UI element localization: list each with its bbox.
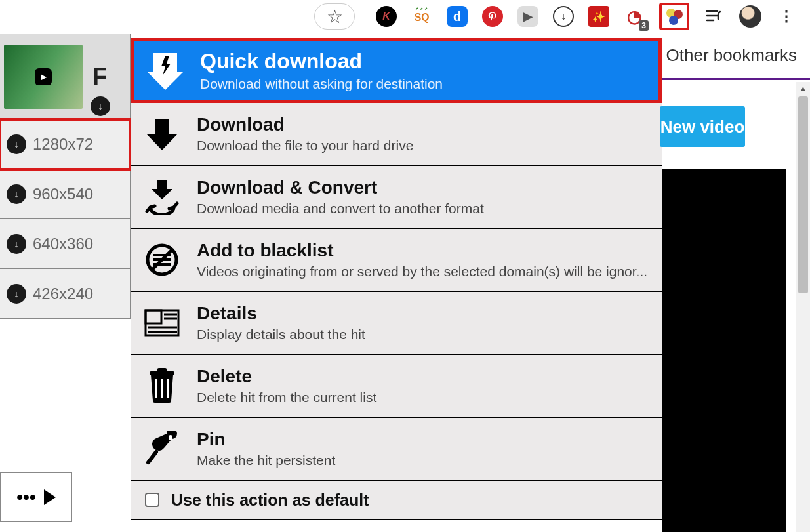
convert-icon	[144, 178, 180, 215]
sidebar-more-button[interactable]: •••	[0, 472, 72, 522]
new-video-button[interactable]: New video	[660, 106, 745, 147]
blacklist-icon	[144, 243, 180, 276]
other-bookmarks-link[interactable]: Other bookmarks	[666, 45, 797, 66]
bookmark-star-button[interactable]: ☆	[314, 3, 355, 30]
resolution-item-960[interactable]: ↓ 960x540	[0, 169, 130, 219]
extension-badge-icon[interactable]: ◔3	[624, 6, 645, 27]
video-thumbnail: ▶	[4, 45, 83, 109]
menu-item-desc: Display details about the hit	[197, 327, 365, 342]
menu-item-desc: Videos originating from or served by the…	[197, 264, 647, 279]
menu-item-desc: Download the file to your hard drive	[197, 138, 413, 153]
download-icon: ↓	[7, 184, 26, 204]
action-menu: Quick download Download without asking f…	[131, 38, 662, 520]
menu-item-desc: Delete hit from the current list	[197, 390, 376, 405]
menu-item-title: Download	[197, 114, 413, 135]
svg-text:SQ: SQ	[415, 12, 430, 23]
svg-rect-9	[157, 368, 167, 372]
details-icon	[144, 309, 180, 337]
pin-icon	[144, 431, 180, 466]
extension-vdh-highlighted[interactable]	[659, 3, 689, 30]
scrollbar-thumb[interactable]	[798, 96, 808, 293]
menu-item-title: Quick download	[200, 49, 443, 73]
scroll-up-icon[interactable]: ▲	[796, 82, 810, 95]
menu-item-details[interactable]: Details Display details about the hit	[131, 292, 662, 355]
menu-item-desc: Make the hit persistent	[197, 453, 335, 468]
resolution-sidebar: ▶ F ↓ ↓ 1280x72 ↓ 960x540 ↓ 640x360 ↓ 42…	[0, 34, 131, 319]
star-icon: ☆	[327, 6, 343, 28]
extension-badge-count: 3	[639, 20, 649, 31]
menu-item-delete[interactable]: Delete Delete hit from the current list	[131, 355, 662, 418]
extension-play-icon[interactable]: ▶	[517, 6, 538, 27]
extension-download-icon[interactable]: ↓	[553, 6, 574, 27]
default-checkbox[interactable]	[145, 493, 159, 507]
play-icon	[44, 489, 56, 505]
menu-item-blacklist[interactable]: Add to blacklist Videos originating from…	[131, 229, 662, 292]
download-arrow-icon	[144, 116, 180, 152]
resolution-label: 960x540	[33, 185, 93, 203]
balls-icon	[664, 7, 684, 26]
resolution-item-426[interactable]: ↓ 426x240	[0, 269, 130, 319]
menu-item-title: Pin	[197, 429, 335, 450]
menu-item-download-convert[interactable]: Download & Convert Download media and co…	[131, 166, 662, 229]
menu-item-use-default[interactable]: Use this action as default	[131, 481, 662, 520]
svg-rect-7	[146, 310, 161, 323]
resolution-item-640[interactable]: ↓ 640x360	[0, 219, 130, 269]
resolution-label: 1280x72	[33, 135, 93, 153]
menu-item-desc: Download media and convert to another fo…	[197, 201, 484, 216]
menu-item-pin[interactable]: Pin Make the hit persistent	[131, 418, 662, 481]
menu-default-label: Use this action as default	[171, 491, 369, 510]
download-icon: ↓	[7, 284, 26, 304]
menu-item-title: Download & Convert	[197, 177, 484, 198]
vertical-scrollbar[interactable]: ▲	[796, 82, 810, 532]
menu-item-title: Add to blacklist	[197, 240, 647, 261]
browser-toolbar: ☆ K SQ d ▶ ↓ ✨ ◔3 ⋮	[0, 0, 810, 33]
play-icon: ▶	[35, 68, 52, 85]
lightning-download-icon	[147, 51, 184, 91]
more-menu-icon[interactable]: ⋮	[776, 6, 797, 27]
resolution-item-1280[interactable]: ↓ 1280x72	[0, 119, 130, 169]
svg-point-10	[169, 435, 172, 440]
menu-item-title: Details	[197, 303, 365, 324]
more-dots: •••	[16, 487, 35, 508]
extension-pinterest-icon[interactable]	[482, 6, 503, 27]
resolution-label: 426x240	[33, 285, 93, 303]
svg-point-4	[669, 16, 678, 25]
download-icon: ↓	[7, 234, 26, 254]
new-video-label: New video	[660, 117, 745, 137]
menu-item-quick-download[interactable]: Quick download Download without asking f…	[131, 38, 662, 103]
menu-item-download[interactable]: Download Download the file to your hard …	[131, 103, 662, 166]
trash-icon	[144, 368, 180, 403]
menu-item-desc: Download without asking for destination	[200, 76, 443, 92]
download-icon: ↓	[7, 134, 26, 154]
extension-sq-icon[interactable]: SQ	[411, 6, 432, 27]
video-title-fragment: F	[92, 63, 107, 91]
playlist-icon[interactable]	[704, 6, 725, 27]
menu-item-title: Delete	[197, 366, 376, 387]
profile-avatar[interactable]	[739, 5, 761, 28]
extension-d-icon[interactable]: d	[447, 6, 468, 27]
extension-wand-icon[interactable]: ✨	[588, 6, 609, 27]
video-thumbnail-row[interactable]: ▶ F ↓	[0, 34, 130, 119]
video-player-area	[662, 169, 786, 532]
resolution-label: 640x360	[33, 235, 93, 253]
download-icon: ↓	[91, 96, 110, 116]
extension-k-icon[interactable]: K	[376, 6, 397, 27]
